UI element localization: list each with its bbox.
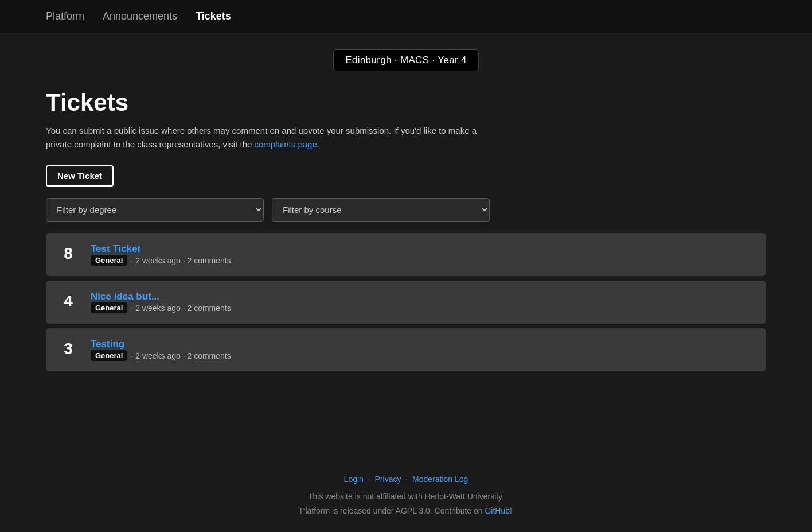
ticket-card[interactable]: 3TestingGeneral· 2 weeks ago · 2 comment… <box>46 328 766 371</box>
ticket-title[interactable]: Testing <box>91 339 124 350</box>
footer-github-link[interactable]: GitHub <box>485 506 510 515</box>
page-title: Tickets <box>46 90 766 116</box>
filters-row: Filter by degree Filter by course <box>46 198 766 222</box>
tickets-list: 8Test TicketGeneral· 2 weeks ago · 2 com… <box>46 233 766 371</box>
nav-platform[interactable]: Platform <box>46 10 84 22</box>
ticket-votes: 8 <box>60 243 77 263</box>
institution-badge-wrapper: Edinburgh · MACS · Year 4 <box>46 49 766 71</box>
footer-license: Platform is released under AGPL 3.0. Con… <box>0 504 812 518</box>
footer-login-link[interactable]: Login <box>344 475 364 484</box>
ticket-content: TestingGeneral· 2 weeks ago · 2 comments <box>91 339 752 361</box>
footer-links: Login · Privacy · Moderation Log <box>0 472 812 487</box>
main-content: Edinburgh · MACS · Year 4 Tickets You ca… <box>0 33 812 454</box>
navbar: Platform Announcements Tickets <box>0 0 812 33</box>
nav-tickets[interactable]: Tickets <box>196 10 231 22</box>
degree-filter[interactable]: Filter by degree <box>46 198 264 222</box>
ticket-tag: General <box>91 302 127 313</box>
ticket-meta: General· 2 weeks ago · 2 comments <box>91 350 752 361</box>
ticket-meta: General· 2 weeks ago · 2 comments <box>91 302 752 313</box>
institution-badge: Edinburgh · MACS · Year 4 <box>333 49 479 71</box>
ticket-tag: General <box>91 255 127 266</box>
complaints-link[interactable]: complaints page <box>255 139 317 149</box>
nav-announcements[interactable]: Announcements <box>103 10 177 22</box>
ticket-meta-text: · 2 weeks ago · 2 comments <box>131 304 231 313</box>
ticket-card[interactable]: 4Nice idea but...General· 2 weeks ago · … <box>46 281 766 324</box>
ticket-meta-text: · 2 weeks ago · 2 comments <box>131 256 231 265</box>
ticket-title[interactable]: Test Ticket <box>91 243 140 254</box>
course-filter[interactable]: Filter by course <box>272 198 490 222</box>
ticket-card[interactable]: 8Test TicketGeneral· 2 weeks ago · 2 com… <box>46 233 766 276</box>
ticket-meta: General· 2 weeks ago · 2 comments <box>91 255 752 266</box>
ticket-tag: General <box>91 350 127 361</box>
footer-disclaimer: This website is not affiliated with Heri… <box>0 490 812 504</box>
new-ticket-button[interactable]: New Ticket <box>46 165 114 187</box>
ticket-content: Nice idea but...General· 2 weeks ago · 2… <box>91 291 752 313</box>
ticket-votes: 4 <box>60 291 77 310</box>
footer-privacy-link[interactable]: Privacy <box>375 475 401 484</box>
ticket-content: Test TicketGeneral· 2 weeks ago · 2 comm… <box>91 243 752 266</box>
footer-moderation-link[interactable]: Moderation Log <box>412 475 468 484</box>
footer: Login · Privacy · Moderation Log This we… <box>0 454 812 532</box>
description-end: . <box>317 139 319 149</box>
page-description: You can submit a public issue where othe… <box>46 124 493 152</box>
ticket-votes: 3 <box>60 339 77 358</box>
ticket-meta-text: · 2 weeks ago · 2 comments <box>131 351 231 360</box>
ticket-title[interactable]: Nice idea but... <box>91 291 159 302</box>
